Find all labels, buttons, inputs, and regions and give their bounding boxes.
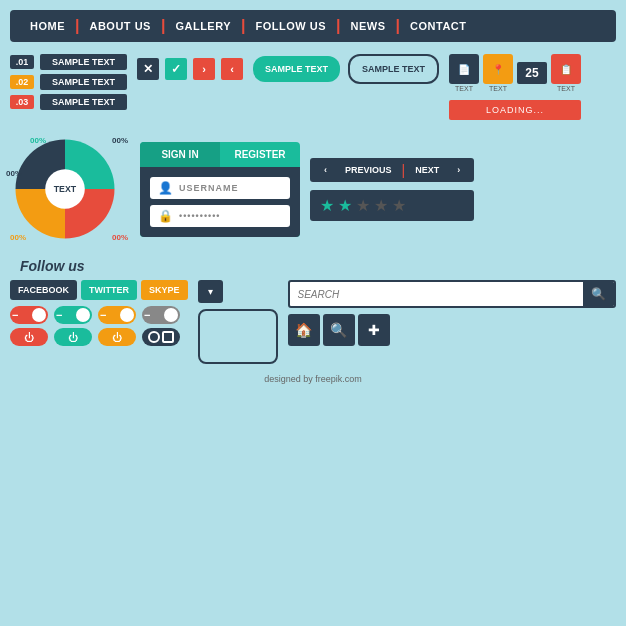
search-bar[interactable]: 🔍 xyxy=(288,280,616,308)
star-3[interactable]: ★ xyxy=(356,196,370,215)
nav-contact[interactable]: CONTACT xyxy=(400,16,476,36)
checkbox-check[interactable]: ✓ xyxy=(165,58,187,80)
add-action-btn[interactable]: ✚ xyxy=(358,314,390,346)
search-input[interactable] xyxy=(290,284,583,305)
icon-red: 📋 TEXT xyxy=(551,54,581,92)
bubble-filled: SAMPLE TEXT xyxy=(253,56,340,82)
signin-tab[interactable]: SIGN IN xyxy=(140,142,220,167)
nav-bar: HOME | ABOUT US | GALLERY | FOLLOW US | … xyxy=(10,10,616,42)
lock-icon: 🔒 xyxy=(158,209,173,223)
star-4[interactable]: ★ xyxy=(374,196,388,215)
login-form-fields: 👤 USERNAME 🔒 •••••••••• xyxy=(140,167,300,237)
attribution: designed by freepik.com xyxy=(10,374,616,384)
toggle-knob-1 xyxy=(32,308,46,322)
bubble-section: SAMPLE TEXT SAMPLE TEXT xyxy=(253,54,439,84)
home-action-btn[interactable]: 🏠 xyxy=(288,314,320,346)
page-divider: | xyxy=(402,162,406,178)
skype-btn[interactable]: SKYPE xyxy=(141,280,188,300)
stars-bar: ★ ★ ★ ★ ★ xyxy=(310,190,474,221)
follow-title: Follow us xyxy=(20,258,616,274)
num-badge: 25 xyxy=(517,62,547,84)
list-num-3: .03 xyxy=(10,95,34,109)
toggles-section: − − − − xyxy=(10,306,188,346)
icon-row: 📄 TEXT 📍 TEXT 25 📋 TEXT xyxy=(449,54,581,92)
main-container: HOME | ABOUT US | GALLERY | FOLLOW US | … xyxy=(0,0,626,626)
search-action-btn[interactable]: 🔍 xyxy=(323,314,355,346)
next-button[interactable]: NEXT xyxy=(407,162,447,178)
star-5[interactable]: ★ xyxy=(392,196,406,215)
twitter-btn[interactable]: TWITTER xyxy=(81,280,137,300)
toggle-knob-2 xyxy=(76,308,90,322)
power-toggle-yellow[interactable]: ⏻ xyxy=(98,328,136,346)
icons-section: 📄 TEXT 📍 TEXT 25 📋 TEXT LOADING... xyxy=(449,54,581,120)
pie-svg: TEXT xyxy=(10,134,120,244)
pie-chart: TEXT 00% 00% 00% 00% 00% xyxy=(10,134,130,244)
star-2[interactable]: ★ xyxy=(338,196,352,215)
power-toggle-teal[interactable]: ⏻ xyxy=(54,328,92,346)
chat-bubble xyxy=(198,309,278,364)
toggle-yellow-minus[interactable]: − xyxy=(98,306,136,324)
nav-news[interactable]: NEWS xyxy=(341,16,396,36)
list-label-1: SAMPLE TEXT xyxy=(40,54,127,70)
pie-label-left: 00% xyxy=(6,169,22,178)
pagination-section: ‹ PREVIOUS | NEXT › ★ ★ ★ ★ ★ xyxy=(310,158,474,221)
checkbox-row-1: ✕ ✓ › ‹ xyxy=(137,58,243,80)
dropdown-section: ▾ xyxy=(198,280,278,364)
checkbox-section: ✕ ✓ › ‹ xyxy=(137,54,243,80)
pie-label-bottom-left: 00% xyxy=(10,233,26,242)
login-form: SIGN IN REGISTER 👤 USERNAME 🔒 •••••••••• xyxy=(140,142,300,237)
next-arrow[interactable]: › xyxy=(449,162,468,178)
username-placeholder: USERNAME xyxy=(179,183,239,193)
nav-home[interactable]: HOME xyxy=(20,16,75,36)
toggle-gray-minus[interactable]: − xyxy=(142,306,180,324)
icon-num: 25 xyxy=(517,62,547,85)
arrow-left[interactable]: ‹ xyxy=(221,58,243,80)
register-tab[interactable]: REGISTER xyxy=(220,142,300,167)
red-icon: 📋 xyxy=(551,54,581,84)
pin-icon: 📍 xyxy=(483,54,513,84)
toggle-row-1: − − − − xyxy=(10,306,188,324)
power-toggle-dark[interactable] xyxy=(142,328,180,346)
prev-button[interactable]: PREVIOUS xyxy=(337,162,400,178)
pin-label: TEXT xyxy=(489,85,507,92)
nav-follow[interactable]: FOLLOW US xyxy=(246,16,337,36)
dropdown-button[interactable]: ▾ xyxy=(198,280,223,303)
dropdown-chevron: ▾ xyxy=(208,286,213,297)
facebook-btn[interactable]: FACEBOOK xyxy=(10,280,77,300)
toggle-teal-minus[interactable]: − xyxy=(54,306,92,324)
password-placeholder: •••••••••• xyxy=(179,211,221,221)
pie-label-top: 00% xyxy=(30,136,46,145)
list-label-2: SAMPLE TEXT xyxy=(40,74,127,90)
list-section: .01 SAMPLE TEXT .02 SAMPLE TEXT .03 SAMP… xyxy=(10,54,127,110)
social-section: FACEBOOK TWITTER SKYPE − − xyxy=(10,280,188,346)
list-num-2: .02 xyxy=(10,75,34,89)
list-item-2: .02 SAMPLE TEXT xyxy=(10,74,127,90)
checkbox-x[interactable]: ✕ xyxy=(137,58,159,80)
username-field[interactable]: 👤 USERNAME xyxy=(150,177,290,199)
nav-about[interactable]: ABOUT US xyxy=(79,16,160,36)
bubble-outline: SAMPLE TEXT xyxy=(348,54,439,84)
star-1[interactable]: ★ xyxy=(320,196,334,215)
loading-bar: LOADING... xyxy=(449,100,581,120)
action-icons: 🏠 🔍 ✚ xyxy=(288,314,616,346)
pie-label-bottom-right: 00% xyxy=(112,233,128,242)
search-icon[interactable]: 🔍 xyxy=(583,282,614,306)
pie-label-top-right: 00% xyxy=(112,136,128,145)
svg-text:TEXT: TEXT xyxy=(54,184,77,194)
toggle-red-minus[interactable]: − xyxy=(10,306,48,324)
list-num-1: .01 xyxy=(10,55,34,69)
toggle-row-2: ⏻ ⏻ ⏻ xyxy=(10,328,188,346)
row2: .01 SAMPLE TEXT .02 SAMPLE TEXT .03 SAMP… xyxy=(10,54,616,120)
list-item-3: .03 SAMPLE TEXT xyxy=(10,94,127,110)
right-controls: 🔍 🏠 🔍 ✚ xyxy=(288,280,616,346)
prev-arrow[interactable]: ‹ xyxy=(316,162,335,178)
power-toggle-red[interactable]: ⏻ xyxy=(10,328,48,346)
arrow-right[interactable]: › xyxy=(193,58,215,80)
doc-icon: 📄 xyxy=(449,54,479,84)
password-field[interactable]: 🔒 •••••••••• xyxy=(150,205,290,227)
toggle-knob-3 xyxy=(120,308,134,322)
nav-gallery[interactable]: GALLERY xyxy=(165,16,241,36)
social-buttons: FACEBOOK TWITTER SKYPE xyxy=(10,280,188,300)
icon-doc: 📄 TEXT xyxy=(449,54,479,92)
icon-pin: 📍 TEXT xyxy=(483,54,513,92)
